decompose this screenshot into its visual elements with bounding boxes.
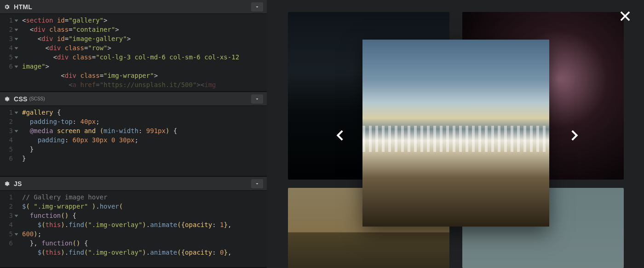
editor-column: HTML 123456 <section id="gallery"> <div … — [0, 0, 267, 268]
pane-subtitle: (SCSS) — [29, 96, 45, 101]
pane-html: HTML 123456 <section id="gallery"> <div … — [0, 0, 267, 92]
pane-header-js: JS — [0, 177, 267, 191]
pane-title: HTML — [14, 3, 32, 11]
code-js[interactable]: // Gallery image hover $( ".img-wrapper"… — [16, 191, 267, 267]
pane-title: JS — [14, 180, 22, 187]
pane-js: JS 123456 // Gallery image hover $( ".im… — [0, 177, 267, 268]
gutter: 123456 — [0, 106, 16, 176]
gear-icon[interactable] — [4, 96, 10, 102]
pane-title: CSS — [14, 95, 28, 103]
prev-button[interactable] — [330, 124, 349, 146]
gutter: 123456 — [0, 14, 16, 91]
gear-icon[interactable] — [4, 181, 10, 187]
lightbox-image — [362, 40, 549, 227]
pane-css: CSS (SCSS) 123456 #gallery { padding-top… — [0, 92, 267, 177]
code-area-js[interactable]: 123456 // Gallery image hover $( ".img-w… — [0, 191, 267, 267]
gutter: 123456 — [0, 191, 16, 267]
preview-column — [267, 0, 644, 268]
pane-header-css: CSS (SCSS) — [0, 92, 267, 106]
collapse-button[interactable] — [251, 2, 263, 12]
next-button[interactable] — [566, 124, 584, 146]
code-html[interactable]: <section id="gallery"> <div class="conta… — [16, 14, 267, 91]
close-button[interactable] — [617, 8, 633, 24]
collapse-button[interactable] — [251, 94, 263, 104]
collapse-button[interactable] — [251, 179, 263, 188]
code-area-css[interactable]: 123456 #gallery { padding-top: 40px; @me… — [0, 106, 267, 176]
code-css[interactable]: #gallery { padding-top: 40px; @media scr… — [16, 106, 267, 176]
code-area-html[interactable]: 123456 <section id="gallery"> <div class… — [0, 14, 267, 91]
gear-icon[interactable] — [4, 4, 10, 10]
pane-header-html: HTML — [0, 0, 267, 14]
